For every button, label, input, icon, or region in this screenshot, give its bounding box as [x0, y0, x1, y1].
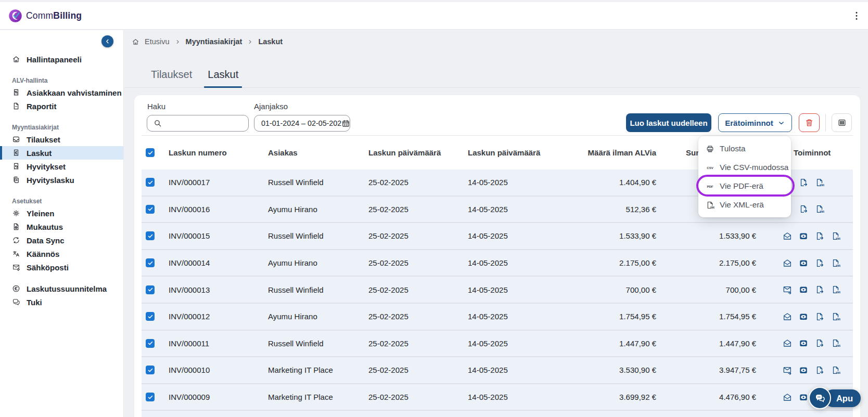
- breadcrumb-item[interactable]: Etusivu: [145, 37, 170, 46]
- columns-button[interactable]: [832, 113, 852, 132]
- row-action-file-xml-icon[interactable]: XML: [831, 285, 840, 294]
- row-action-file-export-icon[interactable]: [815, 312, 824, 321]
- row-action-file-xml-icon[interactable]: XML: [831, 338, 840, 348]
- row-action-mail-open-icon[interactable]: [783, 231, 792, 241]
- gear-icon: [12, 209, 20, 217]
- date-range-value: 01-01-2024 – 02-05-202: [261, 119, 341, 127]
- inbox-icon: [12, 135, 20, 144]
- sidebar-item-hallintapaneeli[interactable]: Hallintapaneeli: [0, 53, 123, 66]
- sidebar-item-raportit[interactable]: Raportit: [0, 99, 123, 113]
- sidebar-item-hyvityslasku[interactable]: Hyvityslasku: [0, 173, 123, 187]
- table-row: INV/000010 Marketing IT Place 25-02-2025…: [142, 357, 853, 384]
- breadcrumb-home-icon[interactable]: [132, 38, 139, 46]
- row-checkbox[interactable]: [146, 285, 155, 294]
- menu-item-vie-csv-muodossa[interactable]: CSVVie CSV-muodossa: [698, 158, 791, 177]
- row-action-file-xml-icon[interactable]: XML: [815, 178, 824, 187]
- row-checkbox[interactable]: [146, 258, 155, 267]
- row-action-eye-icon[interactable]: [799, 312, 808, 321]
- sidebar-item-label: Yleinen: [27, 209, 54, 218]
- row-checkbox[interactable]: [146, 339, 155, 348]
- row-checkbox[interactable]: [146, 205, 155, 214]
- cell-invoice-number: INV/000011: [169, 339, 268, 348]
- row-action-mail-open-icon[interactable]: [783, 393, 792, 402]
- row-action-mail-send-icon[interactable]: [783, 366, 792, 375]
- row-action-file-xml-icon[interactable]: XML: [831, 312, 840, 321]
- menu-item-vie-pdf-er-[interactable]: PDFVie PDF-erä: [698, 177, 791, 196]
- row-action-mail-open-icon[interactable]: [783, 312, 792, 321]
- row-action-eye-icon[interactable]: [799, 393, 808, 402]
- row-action-file-xml-icon[interactable]: XML: [831, 231, 840, 241]
- cell-customer: Ayumu Hirano: [268, 312, 368, 321]
- cell-due-date: 14-05-2025: [468, 258, 563, 267]
- sidebar-item-laskut[interactable]: Laskut: [0, 146, 123, 160]
- sidebar-item-laskutussuunnitelma[interactable]: Laskutussuunnitelma: [0, 282, 123, 295]
- column-header-invoice-date[interactable]: Laskun päivämäärä: [368, 148, 468, 157]
- kebab-menu-icon[interactable]: [853, 10, 860, 21]
- cell-total: 1.447,90 €: [656, 339, 756, 348]
- sidebar-item-yleinen[interactable]: Yleinen: [0, 206, 123, 220]
- row-checkbox[interactable]: [146, 312, 155, 321]
- recreate-invoices-button[interactable]: Luo laskut uudelleen: [626, 113, 711, 132]
- row-action-eye-icon[interactable]: [799, 338, 808, 348]
- sidebar-item-tuki[interactable]: Tuki: [0, 295, 123, 309]
- column-header-due-date[interactable]: Laskun päivämäärä: [468, 148, 563, 157]
- row-action-file-export-icon[interactable]: [799, 204, 808, 214]
- row-action-file-xml-icon[interactable]: XML: [815, 204, 824, 214]
- row-action-eye-icon[interactable]: [799, 285, 808, 294]
- cell-invoice-number: INV/000013: [169, 285, 268, 294]
- sidebar-item-asiakkaan-vahvistaminen[interactable]: Asiakkaan vahvistaminen: [0, 86, 123, 99]
- chevron-down-icon: [777, 119, 785, 127]
- row-action-mail-send-icon[interactable]: [783, 285, 792, 294]
- date-range-input[interactable]: 01-01-2024 – 02-05-202: [254, 115, 350, 132]
- sidebar-item-label: Hyvityslasku: [27, 176, 74, 185]
- sidebar-item-mukautus[interactable]: Mukautus: [0, 220, 123, 233]
- column-header-net-amount[interactable]: Määrä ilman ALVia: [563, 148, 656, 157]
- help-chat-button[interactable]: [809, 387, 831, 409]
- sidebar: HallintapaneeliALV-hallintaAsiakkaan vah…: [0, 30, 124, 417]
- delete-button[interactable]: [799, 113, 820, 132]
- sidebar-collapse-button[interactable]: [101, 35, 113, 47]
- sidebar-item-hyvitykset[interactable]: Hyvitykset: [0, 160, 123, 173]
- row-action-file-export-icon[interactable]: [815, 285, 824, 294]
- sidebar-item-k-nn-s[interactable]: Käännös: [0, 247, 123, 260]
- select-all-checkbox[interactable]: [146, 148, 155, 157]
- row-action-mail-open-icon[interactable]: [783, 258, 792, 268]
- menu-item-tulosta[interactable]: Tulosta: [698, 139, 791, 158]
- row-checkbox[interactable]: [146, 178, 155, 187]
- column-header-invoice-number[interactable]: Laskun numero: [169, 148, 268, 157]
- row-action-mail-open-icon[interactable]: [783, 338, 792, 348]
- cell-due-date: 14-05-2025: [468, 393, 563, 401]
- table-row: INV/000014 Ayumu Hirano 25-02-2025 14-05…: [142, 250, 853, 277]
- row-action-file-export-icon[interactable]: [799, 178, 808, 187]
- tab-laskut[interactable]: Laskut: [204, 64, 242, 87]
- row-action-eye-icon[interactable]: [799, 366, 808, 375]
- row-action-file-export-icon[interactable]: [815, 231, 824, 241]
- sidebar-item-tilaukset[interactable]: Tilaukset: [0, 133, 123, 146]
- row-action-eye-icon[interactable]: [799, 231, 808, 241]
- row-action-file-export-icon[interactable]: [815, 366, 824, 375]
- row-action-eye-icon[interactable]: [799, 258, 808, 268]
- cell-due-date: 14-05-2025: [468, 231, 563, 240]
- row-checkbox[interactable]: [146, 231, 155, 240]
- tab-tilaukset[interactable]: Tilaukset: [147, 64, 196, 87]
- cell-total: 700,00 €: [656, 285, 756, 294]
- row-checkbox[interactable]: [146, 366, 155, 374]
- menu-item-vie-xml-er-[interactable]: XMLVie XML-erä: [698, 196, 791, 214]
- column-header-customer[interactable]: Asiakas: [268, 148, 368, 157]
- heart-icon[interactable]: [830, 10, 841, 21]
- row-action-file-export-icon[interactable]: [815, 258, 824, 268]
- cell-invoice-number: INV/000010: [169, 366, 268, 374]
- sidebar-item-s-hk-posti[interactable]: Sähköposti: [0, 260, 123, 274]
- sidebar-item-data-sync[interactable]: Data Sync: [0, 233, 123, 247]
- row-action-file-xml-icon[interactable]: XML: [831, 366, 840, 375]
- cell-invoice-number: INV/000012: [169, 312, 268, 321]
- row-action-file-export-icon[interactable]: [815, 338, 824, 348]
- breadcrumb-item[interactable]: Laskut: [258, 37, 283, 46]
- search-input[interactable]: [147, 115, 249, 132]
- cell-total: 4.476,90 €: [656, 393, 756, 401]
- top-header: CommBilling: [0, 2, 868, 30]
- row-checkbox[interactable]: [146, 393, 155, 401]
- row-action-file-xml-icon[interactable]: XML: [831, 258, 840, 268]
- breadcrumb-item[interactable]: Myyntiasiakirjat: [186, 37, 242, 46]
- batch-actions-button[interactable]: Erätoiminnot: [718, 113, 792, 132]
